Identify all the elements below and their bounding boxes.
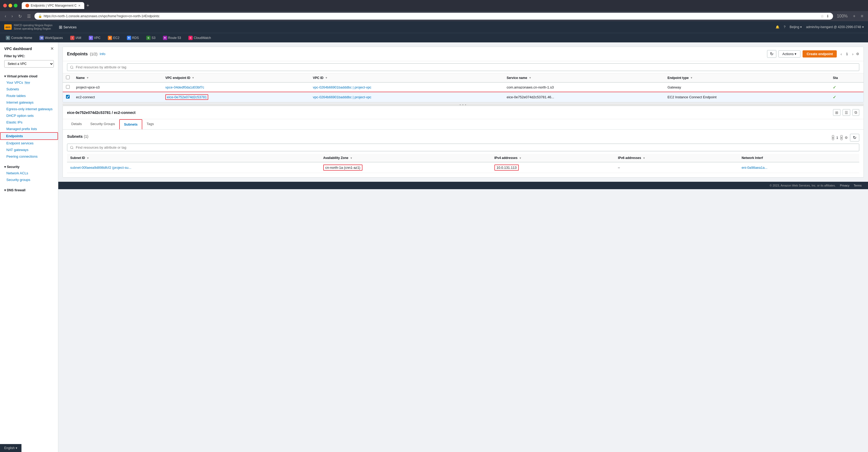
sidebar-item-vpc[interactable]: V VPC	[87, 35, 102, 41]
resizer-handle-icon: • • •	[460, 103, 467, 106]
eni-link[interactable]: eni-0a98aea1a...	[742, 165, 768, 170]
tab-security-groups[interactable]: Security Groups	[86, 119, 119, 129]
fullscreen-button-mac[interactable]	[14, 4, 18, 7]
zoom-level[interactable]: 100%	[835, 13, 849, 19]
sidebar-item-dhcp[interactable]: DHCP option sets	[0, 112, 58, 119]
tab-details[interactable]: Details	[67, 119, 86, 129]
sidebar-item-nat-gateways[interactable]: NAT gateways	[0, 147, 58, 153]
address-bar[interactable]: 🔒 https://cn-north-1.console.amazonaws.c…	[34, 13, 833, 20]
sidebar-item-egress-gateways[interactable]: Egress-only internet gateways	[0, 106, 58, 112]
tab-close-icon[interactable]: ✕	[78, 4, 81, 7]
sidebar-item-console-home[interactable]: C Console Home	[4, 35, 34, 41]
vpc-id-sort-icon[interactable]: ▾	[326, 76, 327, 79]
subnets-next-page-button[interactable]: ›	[840, 135, 843, 140]
sidebar-item-s3[interactable]: S S3	[145, 35, 157, 41]
footer-privacy-link[interactable]: Privacy	[840, 184, 849, 187]
subnets-settings-icon[interactable]: ⚙	[845, 135, 848, 140]
row1-endpoint-id-link[interactable]: vpce-04dedf0da1d03bf7c	[165, 85, 204, 89]
sidebar-item-endpoints[interactable]: Endpoints	[0, 132, 58, 140]
create-endpoint-button[interactable]: Create endpoint	[803, 50, 837, 58]
subnet-id-link[interactable]: subnet-00faeea9d898dfcf2 (project-su...	[70, 165, 131, 170]
region-selector[interactable]: Beijing ▾	[789, 25, 802, 29]
vpc-endpoint-id-sort-icon[interactable]: ▾	[192, 76, 194, 79]
service-name-sort-icon[interactable]: ▾	[529, 76, 531, 79]
workspaces-icon: W	[39, 36, 44, 40]
endpoints-pagination-settings-icon[interactable]: ⚙	[856, 52, 859, 56]
reader-mode-button[interactable]: ☰	[25, 13, 32, 19]
download-icon[interactable]: ⬇	[826, 14, 829, 18]
view-split-icon[interactable]: ⧉	[852, 109, 859, 116]
dns-section-label: DNS firewall	[7, 188, 25, 192]
endpoints-next-page-button[interactable]: ›	[850, 51, 855, 57]
footer-terms-link[interactable]: Terms	[854, 184, 862, 187]
new-tab-button[interactable]: +	[86, 3, 89, 8]
table-row[interactable]: project-vpce-s3 vpce-04dedf0da1d03bf7c v…	[63, 82, 864, 92]
language-button[interactable]: English ▾	[4, 446, 17, 450]
sidebar-close-button[interactable]: ✕	[50, 46, 54, 51]
zoom-in-button[interactable]: +	[851, 13, 857, 19]
row2-endpoint-id-link[interactable]: eice-0e752e074d2c53781	[165, 94, 208, 100]
ipv4-sort-icon[interactable]: ▾	[520, 157, 521, 159]
console-home-label: Console Home	[11, 36, 32, 40]
subnets-prev-page-button[interactable]: ‹	[832, 135, 834, 140]
lock-icon: 🔒	[38, 14, 42, 18]
subnets-refresh-button[interactable]: ↻	[850, 134, 859, 142]
endpoints-prev-page-button[interactable]: ‹	[839, 51, 843, 57]
panel-resizer[interactable]: • • •	[63, 103, 864, 106]
row2-vpc-id-link[interactable]: vpc-0264b66901badddbc | project-vpc	[313, 95, 371, 99]
bookmark-icon[interactable]: ☆	[820, 14, 824, 18]
sidebar-item-internet-gateways[interactable]: Internet gateways	[0, 99, 58, 106]
endpoints-search-input[interactable]	[67, 63, 859, 71]
sidebar-item-endpoint-services[interactable]: Endpoint services	[0, 140, 58, 147]
sidebar-item-ec2[interactable]: E EC2	[106, 35, 121, 41]
detail-panel-header: eice-0e752e074d2c53781 / ec2-connect ⊞ ☰…	[63, 106, 864, 119]
tab-subnets[interactable]: Subnets	[119, 119, 142, 129]
table-row[interactable]: ec2-connect eice-0e752e074d2c53781 vpc-0…	[63, 92, 864, 102]
sidebar-item-iam[interactable]: I IAM	[69, 35, 83, 41]
endpoints-info-link[interactable]: Info	[100, 52, 105, 56]
close-button-mac[interactable]	[3, 4, 7, 7]
table-row[interactable]: subnet-00faeea9d898dfcf2 (project-su... …	[67, 162, 859, 173]
sidebar-item-security-groups[interactable]: Security groups	[0, 177, 58, 183]
endpoint-type-sort-icon[interactable]: ▾	[691, 76, 692, 79]
view-grid-icon[interactable]: ⊞	[833, 109, 840, 116]
row2-checkbox[interactable]	[66, 95, 70, 98]
sidebar-item-elastic-ips[interactable]: Elastic IPs	[0, 119, 58, 126]
route53-icon: R	[163, 36, 167, 40]
endpoints-actions-button[interactable]: Actions ▾	[778, 50, 801, 58]
vpc-filter-select[interactable]: Select a VPC	[4, 60, 54, 67]
more-options-button[interactable]: ≡	[859, 13, 865, 19]
reload-button[interactable]: ↻	[17, 13, 23, 19]
sidebar-item-route-tables[interactable]: Route tables	[0, 92, 58, 99]
help-icon[interactable]: ?	[784, 25, 785, 29]
endpoints-refresh-button[interactable]: ↻	[767, 50, 776, 58]
detail-panel: eice-0e752e074d2c53781 / ec2-connect ⊞ ☰…	[63, 106, 864, 178]
az-sort-icon[interactable]: ▾	[350, 157, 352, 159]
row1-status-icon: ✓	[833, 85, 836, 90]
user-menu[interactable]: admin/lxy-lsengard @ 4200-2996-0748 ▾	[806, 25, 864, 29]
sidebar-item-your-vpcs[interactable]: Your VPCs New	[0, 79, 58, 86]
services-menu-button[interactable]: ⊞ Services	[57, 24, 79, 31]
ipv6-sort-icon[interactable]: ▾	[643, 157, 645, 159]
row1-vpc-id-link[interactable]: vpc-0264b66901badddbc | project-vpc	[313, 85, 371, 89]
back-button[interactable]: ‹	[3, 13, 8, 19]
sidebar-item-cloudwatch[interactable]: C CloudWatch	[187, 35, 213, 41]
forward-button[interactable]: ›	[10, 13, 14, 19]
minimize-button-mac[interactable]	[8, 4, 12, 7]
notification-icon[interactable]: 🔔	[776, 25, 779, 29]
select-all-checkbox[interactable]	[66, 76, 70, 79]
name-sort-icon[interactable]: ▾	[87, 76, 88, 79]
tab-tags[interactable]: Tags	[142, 119, 158, 129]
active-tab[interactable]: Endpoints | VPC Management C ✕	[22, 2, 84, 9]
sidebar-item-workspaces[interactable]: W WorkSpaces	[38, 35, 64, 41]
sidebar-item-peering[interactable]: Peering connections	[0, 153, 58, 160]
sidebar-item-network-acls[interactable]: Network ACLs	[0, 170, 58, 177]
row1-checkbox[interactable]	[66, 85, 70, 89]
sidebar-item-rds[interactable]: R RDS	[125, 35, 141, 41]
subnet-id-sort-icon[interactable]: ▾	[87, 157, 89, 159]
view-list-icon[interactable]: ☰	[843, 109, 850, 116]
sidebar-item-subnets[interactable]: Subnets	[0, 86, 58, 92]
subnets-search-input[interactable]	[67, 144, 859, 151]
sidebar-item-managed-prefix[interactable]: Managed prefix lists	[0, 126, 58, 132]
sidebar-item-route53[interactable]: R Route 53	[161, 35, 183, 41]
